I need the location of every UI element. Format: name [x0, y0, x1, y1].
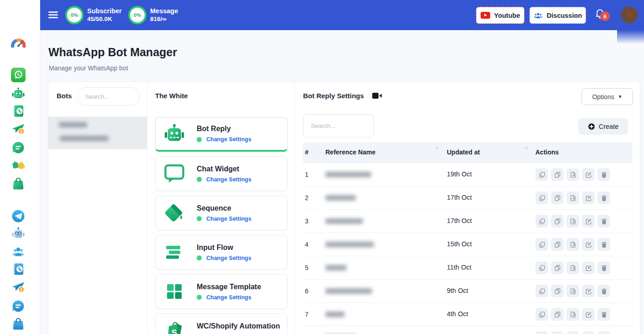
change-settings-link[interactable]: Change Settings: [206, 216, 251, 222]
column-header-updated-at: Updated at: [447, 148, 480, 156]
telegram-icon[interactable]: [11, 209, 26, 223]
export-button[interactable]: [566, 331, 579, 334]
change-settings-link[interactable]: Change Settings: [206, 255, 251, 261]
bots-search-input[interactable]: [78, 87, 140, 106]
export-button[interactable]: [566, 168, 579, 181]
telegram-store-icon[interactable]: [11, 316, 26, 331]
card-wc-shopify-automation[interactable]: S WC/Shopify Automation Change Settings: [155, 313, 288, 334]
options-button[interactable]: Options ▼: [581, 88, 633, 105]
whatsapp-bot-icon[interactable]: [11, 86, 26, 101]
updated-at-value: 17th Oct: [447, 194, 472, 201]
card-sequence[interactable]: Sequence Change Settings: [155, 196, 288, 230]
clone-button[interactable]: [551, 261, 564, 274]
delete-button[interactable]: [597, 215, 610, 228]
sort-icon[interactable]: ↑↓: [524, 145, 527, 150]
delete-button[interactable]: [597, 191, 610, 204]
edit-button[interactable]: [582, 285, 595, 297]
updated-at-value: 9th Oct: [447, 287, 468, 294]
table-search-input[interactable]: [303, 114, 374, 138]
whatsapp-chat-icon[interactable]: [11, 140, 26, 155]
telegram-bot-icon[interactable]: [11, 226, 26, 241]
menu-toggle-icon[interactable]: [48, 11, 58, 19]
card-message-template[interactable]: Message Template Change Settings: [155, 274, 288, 309]
table-row: 74th Oct: [303, 303, 633, 326]
export-button[interactable]: [566, 191, 579, 204]
row-actions: [535, 308, 610, 321]
reference-name-redacted: [325, 218, 363, 224]
whatsapp-store-icon[interactable]: [11, 176, 26, 191]
change-settings-link[interactable]: Change Settings: [206, 136, 251, 143]
bot-settings-panel: The White Bot Reply Change Settings Chat…: [147, 82, 295, 334]
bots-list-panel: Bots: [48, 82, 147, 334]
edit-button[interactable]: [582, 308, 595, 321]
card-chat-widget[interactable]: Chat Widget Change Settings: [155, 156, 288, 191]
bot-phone-redacted: [60, 136, 109, 141]
discussion-button[interactable]: Discussion: [529, 7, 586, 24]
notifications-button[interactable]: 6: [594, 5, 614, 25]
clone-button[interactable]: [551, 331, 564, 334]
export-button[interactable]: [566, 285, 579, 297]
row-actions: [535, 238, 610, 251]
youtube-button[interactable]: Youtube: [476, 7, 524, 24]
whatsapp-broadcast-icon[interactable]: 1: [11, 122, 26, 136]
user-avatar[interactable]: [621, 6, 638, 24]
dashboard-gauge-icon[interactable]: [10, 36, 26, 53]
clone-button[interactable]: [551, 168, 564, 181]
copy-button[interactable]: [535, 238, 548, 251]
telegram-groups-icon[interactable]: [11, 244, 26, 259]
updated-at-value: 17th Oct: [447, 217, 472, 224]
whatsapp-contacts-icon[interactable]: [11, 104, 26, 118]
delete-button[interactable]: [597, 238, 610, 251]
sort-icon[interactable]: ↑↓: [435, 145, 438, 150]
delete-button[interactable]: [597, 285, 610, 297]
delete-button[interactable]: [597, 308, 610, 321]
clone-button[interactable]: [551, 215, 564, 228]
edit-button[interactable]: [582, 168, 595, 181]
copy-button[interactable]: [535, 331, 548, 334]
telegram-contacts-icon[interactable]: [11, 262, 26, 276]
edit-button[interactable]: [582, 215, 595, 228]
clone-button[interactable]: [551, 308, 564, 321]
telegram-chat-icon[interactable]: [11, 299, 26, 313]
export-button[interactable]: [566, 308, 579, 321]
clone-button[interactable]: [551, 285, 564, 297]
whatsapp-icon[interactable]: [11, 68, 26, 82]
table-row: 511th Oct: [303, 256, 633, 280]
edit-button[interactable]: [582, 261, 595, 274]
bot-list-item-selected[interactable]: [48, 117, 147, 149]
delete-button[interactable]: [597, 331, 610, 334]
row-actions: [535, 261, 610, 274]
updated-at-value: 19th Oct: [447, 170, 472, 178]
copy-button[interactable]: [535, 261, 548, 274]
copy-button[interactable]: [535, 285, 548, 297]
video-camera-icon[interactable]: [372, 92, 382, 99]
export-button[interactable]: [566, 238, 579, 251]
copy-button[interactable]: [535, 215, 548, 228]
change-settings-link[interactable]: Change Settings: [206, 294, 251, 301]
bot-reply-settings-panel: Bot Reply Settings Options ▼ Create # Re…: [295, 82, 640, 334]
delete-button[interactable]: [597, 168, 610, 181]
copy-button[interactable]: [535, 308, 548, 321]
integrations-icon[interactable]: [11, 158, 26, 173]
telegram-broadcast-icon[interactable]: 1: [11, 280, 26, 294]
copy-button[interactable]: [535, 168, 548, 181]
edit-button[interactable]: [582, 191, 595, 204]
clone-button[interactable]: [551, 191, 564, 204]
clone-button[interactable]: [551, 238, 564, 251]
create-button[interactable]: Create: [578, 118, 628, 135]
card-bot-reply[interactable]: Bot Reply Change Settings: [155, 117, 288, 152]
column-header-actions: Actions: [535, 148, 559, 156]
export-button[interactable]: [566, 215, 579, 228]
copy-button[interactable]: [535, 191, 548, 204]
table-body: 119th Oct217th Oct317th Oct415th Oct511t…: [303, 163, 633, 334]
change-settings-link[interactable]: Change Settings: [206, 176, 251, 183]
delete-button[interactable]: [597, 261, 610, 274]
export-button[interactable]: [566, 261, 579, 274]
card-input-flow[interactable]: Input Flow Change Settings: [155, 235, 288, 270]
edit-button[interactable]: [582, 238, 595, 251]
plus-circle-icon: [588, 123, 595, 130]
bot-manager-panel: Bots The White Bot Reply Change Settings…: [48, 81, 640, 334]
message-value: 816/∞: [150, 15, 178, 23]
reference-name-redacted: [325, 172, 371, 177]
edit-button[interactable]: [582, 331, 595, 334]
